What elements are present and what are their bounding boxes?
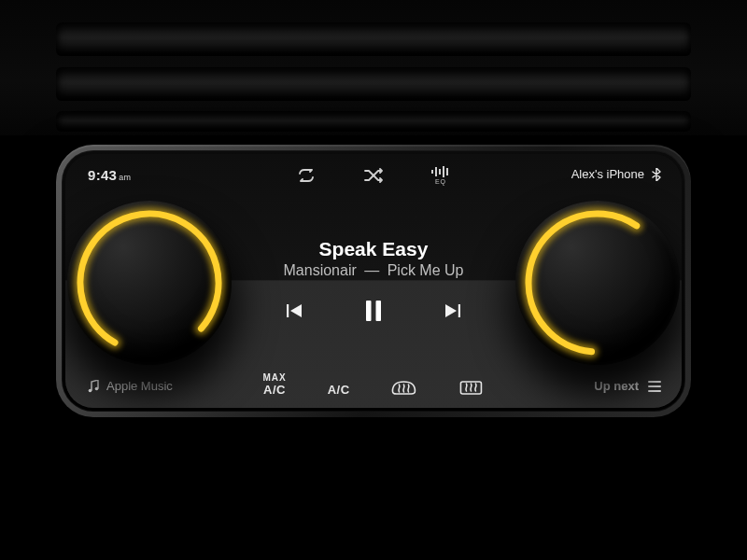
max-ac-top-label: MAX xyxy=(262,373,286,383)
svg-rect-5 xyxy=(287,304,289,317)
front-defrost-icon xyxy=(391,378,417,397)
svg-rect-7 xyxy=(366,301,372,321)
svg-rect-2 xyxy=(439,169,441,175)
car-head-unit: 9:43am xyxy=(0,0,747,560)
music-note-icon xyxy=(88,380,99,393)
repeat-button[interactable] xyxy=(294,165,318,186)
track-separator: — xyxy=(364,262,379,278)
transport-controls xyxy=(282,298,465,324)
eq-button[interactable]: EQ xyxy=(429,165,453,186)
track-meta: Mansionair — Pick Me Up xyxy=(187,262,560,279)
head-unit-bezel: 9:43am xyxy=(56,145,691,417)
climate-controls: MAX A/C A/C xyxy=(262,365,484,397)
connected-device[interactable]: Alex's iPhone xyxy=(571,167,661,181)
svg-rect-10 xyxy=(458,304,460,317)
right-dial[interactable] xyxy=(515,201,680,365)
dial-ring-glow xyxy=(523,208,672,357)
head-unit-inner-bezel: 9:43am xyxy=(62,150,685,412)
dial-ring xyxy=(67,201,232,365)
skip-forward-icon xyxy=(444,304,460,317)
playback-mode-icons: EQ xyxy=(294,165,453,186)
dash-vent-slat xyxy=(56,111,691,132)
head-unit-screen: 9:43am xyxy=(65,154,682,408)
svg-point-12 xyxy=(95,386,99,390)
queue-icon xyxy=(648,381,661,392)
svg-rect-1 xyxy=(435,167,437,176)
max-ac-button[interactable]: MAX A/C xyxy=(262,365,286,397)
eq-label: EQ xyxy=(435,178,446,185)
svg-rect-8 xyxy=(376,301,382,321)
shuffle-icon xyxy=(363,168,384,183)
ac-button[interactable]: A/C xyxy=(328,365,350,397)
shuffle-button[interactable] xyxy=(361,165,386,186)
play-pause-button[interactable] xyxy=(360,298,387,324)
dash-vent-slat xyxy=(56,67,691,101)
svg-rect-0 xyxy=(431,170,433,174)
dial-ring-glow xyxy=(67,201,232,365)
equalizer-icon xyxy=(430,166,451,177)
clock-ampm: am xyxy=(119,173,131,182)
svg-marker-6 xyxy=(290,304,302,317)
up-next-label: Up next xyxy=(594,379,639,393)
up-next-button[interactable]: Up next xyxy=(594,379,661,393)
dial-ring-svg xyxy=(515,201,680,365)
next-button[interactable] xyxy=(439,298,465,324)
svg-rect-3 xyxy=(443,166,444,177)
dial-ring-svg xyxy=(67,201,232,365)
dial-ring xyxy=(523,208,672,357)
front-defrost-button[interactable] xyxy=(391,365,417,397)
skip-back-icon xyxy=(287,304,303,317)
clock: 9:43am xyxy=(88,167,131,183)
track-artist: Mansionair xyxy=(284,262,357,278)
svg-rect-4 xyxy=(446,168,448,175)
track-title: Speak Easy xyxy=(187,238,560,260)
pause-icon xyxy=(365,301,382,321)
repeat-icon xyxy=(296,169,317,182)
dash-vent-slat xyxy=(56,22,691,56)
source-label: Apple Music xyxy=(106,379,173,393)
bluetooth-icon xyxy=(652,168,661,181)
svg-marker-9 xyxy=(445,304,457,317)
rear-defrost-icon xyxy=(458,378,485,397)
track-album: Pick Me Up xyxy=(388,262,464,278)
ac-label: A/C xyxy=(328,383,350,397)
device-name: Alex's iPhone xyxy=(571,167,644,181)
dashboard-trim xyxy=(0,0,747,135)
left-dial[interactable] xyxy=(67,201,232,365)
clock-time: 9:43 xyxy=(88,167,117,183)
rear-defrost-button[interactable] xyxy=(458,365,485,397)
max-ac-bottom-label: A/C xyxy=(263,383,286,397)
audio-source[interactable]: Apple Music xyxy=(88,379,173,393)
now-playing: Speak Easy Mansionair — Pick Me Up xyxy=(187,238,560,279)
previous-button[interactable] xyxy=(282,298,308,324)
svg-point-11 xyxy=(89,388,92,392)
